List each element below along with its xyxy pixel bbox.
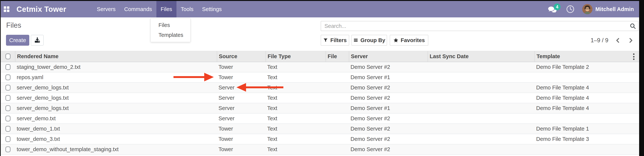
cell-last-sync-date: [428, 124, 534, 134]
cell-rendered-name: server_demo.txt: [15, 114, 217, 123]
cell-file: [326, 83, 349, 93]
cell-server: Demo Server #2: [349, 114, 428, 123]
column-header-last-sync-date[interactable]: Last Sync Date: [428, 51, 534, 62]
cell-file-type: Text: [266, 114, 326, 123]
cell-last-sync-date: [428, 134, 534, 144]
filters-button[interactable]: Filters: [321, 35, 349, 46]
cell-server: Demo Server #2: [349, 83, 428, 93]
bars-icon: [353, 38, 358, 43]
messages-button[interactable]: 4: [548, 4, 558, 14]
table-row[interactable]: repos.yamlTowerTextDemo Server #1: [1, 72, 639, 83]
cell-last-sync-date: [428, 144, 534, 154]
cell-server: Demo Server #2: [349, 124, 428, 134]
column-header-source[interactable]: Source: [217, 51, 266, 62]
row-checkbox[interactable]: [1, 62, 15, 72]
menu-item-tools[interactable]: Tools: [176, 1, 198, 17]
user-menu[interactable]: Mitchell Admin: [582, 4, 634, 14]
cell-last-sync-date: [428, 72, 534, 82]
column-header-template[interactable]: Template: [534, 51, 639, 62]
cell-server: Demo Server #1: [349, 72, 428, 82]
screenshot-right-edge: [639, 0, 644, 156]
pager-previous-button[interactable]: [615, 37, 621, 44]
cell-file: [326, 93, 349, 103]
cell-source: Tower: [217, 124, 266, 134]
favorites-label: Favorites: [401, 37, 425, 43]
row-checkbox[interactable]: [1, 114, 15, 123]
search-input[interactable]: [321, 23, 628, 29]
menu-item-files[interactable]: Files: [156, 1, 176, 17]
cell-server: Demo Server #2: [349, 144, 428, 154]
cell-last-sync-date: [428, 103, 534, 113]
column-header-rendered-name[interactable]: Rendered Name: [15, 51, 217, 62]
menu-item-commands[interactable]: Commands: [120, 1, 156, 17]
cell-source: Server: [217, 103, 266, 113]
pager-range: 1–9 / 9: [590, 37, 608, 44]
table-row[interactable]: tower_demo_3.txtTowerTextDemo Server #2D…: [1, 134, 639, 144]
pager: 1–9 / 9: [570, 37, 634, 44]
download-to-drive-icon: [34, 37, 41, 44]
table-row[interactable]: tower_demo_1.txtTowerTextDemo Server #2D…: [1, 124, 639, 134]
files-list-view: Rendered Name Source File Type File Serv…: [1, 51, 639, 155]
funnel-icon: [323, 38, 328, 43]
cell-file-type: Text: [266, 134, 326, 144]
table-row[interactable]: tower_demo_without_template_staging.txtT…: [1, 144, 639, 155]
cell-template: Demo File Template 4: [534, 83, 639, 93]
row-checkbox[interactable]: [1, 134, 15, 144]
apps-grid-icon: [4, 6, 10, 12]
avatar: [582, 4, 592, 14]
dropdown-item-files[interactable]: Files: [150, 20, 190, 30]
cell-source: Tower: [217, 134, 266, 144]
cell-source: Tower: [217, 62, 266, 72]
cell-rendered-name: tower_demo_1.txt: [15, 124, 217, 134]
row-checkbox[interactable]: [1, 144, 15, 154]
row-checkbox[interactable]: [1, 72, 15, 82]
select-all-checkbox[interactable]: [1, 51, 15, 62]
menu-item-servers[interactable]: Servers: [92, 1, 120, 17]
pager-next-button[interactable]: [628, 37, 634, 44]
clock-icon: [566, 5, 574, 13]
cell-server: Demo Server #2: [349, 134, 428, 144]
cell-rendered-name: server_demo_logs.txt: [15, 103, 217, 113]
row-checkbox[interactable]: [1, 93, 15, 103]
cell-last-sync-date: [428, 114, 534, 123]
row-checkbox[interactable]: [1, 83, 15, 93]
column-header-server[interactable]: Server: [349, 51, 428, 62]
cell-template: [534, 114, 639, 123]
apps-menu-button[interactable]: [1, 1, 12, 17]
search-submit[interactable]: [628, 23, 638, 29]
cell-file-type: Text: [266, 62, 326, 72]
cell-file-type: Text: [266, 124, 326, 134]
cell-template: Demo File Template 2: [534, 62, 639, 72]
user-name: Mitchell Admin: [596, 6, 634, 12]
row-checkbox[interactable]: [1, 124, 15, 134]
cell-template: Demo File Template 4: [534, 103, 639, 113]
group-by-button[interactable]: Group By: [352, 35, 387, 46]
cell-server: Demo Server #2: [349, 93, 428, 103]
cell-template: [534, 72, 639, 82]
screenshot-top-edge: [0, 0, 644, 1]
dropdown-item-templates[interactable]: Templates: [150, 30, 190, 40]
cell-last-sync-date: [428, 93, 534, 103]
cell-source: Server: [217, 83, 266, 93]
activities-button[interactable]: [566, 5, 574, 13]
cell-rendered-name: server_demo_logs.txt: [15, 83, 217, 93]
files-dropdown-menu: Files Templates: [150, 18, 190, 42]
row-checkbox[interactable]: [1, 103, 15, 113]
favorites-button[interactable]: Favorites: [390, 35, 428, 46]
menu-item-settings[interactable]: Settings: [198, 1, 226, 17]
star-icon: [393, 38, 398, 43]
table-row[interactable]: server_demo_logs.txtServerTextDemo Serve…: [1, 103, 639, 114]
cell-source: Tower: [217, 72, 266, 82]
table-row[interactable]: staging_tower_demo_2.txtTowerTextDemo Se…: [1, 62, 639, 72]
export-button[interactable]: [31, 35, 44, 46]
table-row[interactable]: server_demo_logs.txtServerTextDemo Serve…: [1, 83, 639, 93]
create-button[interactable]: Create: [6, 35, 29, 46]
optional-columns-button[interactable]: [631, 54, 636, 60]
cell-file-type: Text: [266, 83, 326, 93]
column-header-file-type[interactable]: File Type: [266, 51, 326, 62]
table-row[interactable]: server_demo.txtServerTextDemo Server #2: [1, 114, 639, 124]
table-row[interactable]: server_demo_logs.txtServerTextDemo Serve…: [1, 93, 639, 103]
cell-file-type: Text: [266, 72, 326, 82]
column-header-file[interactable]: File: [326, 51, 349, 62]
cell-file: [326, 72, 349, 82]
